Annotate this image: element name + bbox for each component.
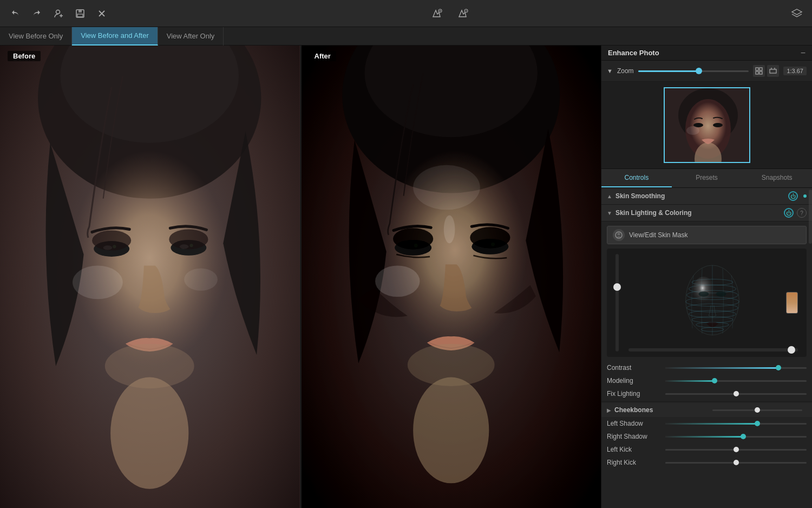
svg-point-57 (713, 123, 723, 127)
close-button[interactable] (93, 5, 110, 22)
left-shadow-slider[interactable] (665, 423, 807, 425)
left-kick-slider[interactable] (665, 449, 807, 451)
panel-minimize-button[interactable]: − (801, 48, 806, 58)
svg-point-41 (443, 216, 455, 244)
left-kick-row: Left Kick (601, 443, 812, 456)
fix-lighting-label: Fix Lighting (607, 390, 661, 398)
right-kick-slider[interactable] (665, 462, 807, 464)
svg-marker-13 (792, 9, 802, 15)
divider-1 (601, 401, 812, 402)
svg-point-43 (375, 265, 420, 297)
svg-point-72 (698, 291, 709, 296)
right-kick-fill (665, 462, 736, 464)
svg-rect-45 (756, 68, 758, 70)
view-tabs-bar: View Before Only View Before and After V… (0, 27, 812, 45)
skin-lighting-section[interactable]: ▼ Skin Lighting & Coloring ⏻ ? (601, 205, 812, 222)
skin-lighting-chevron: ▼ (607, 210, 612, 216)
tab-controls[interactable]: Controls (601, 169, 672, 187)
svg-point-27 (73, 265, 123, 299)
left-shadow-fill (665, 423, 757, 425)
fix-lighting-row: Fix Lighting (601, 387, 812, 400)
tab-before-only[interactable]: View Before Only (0, 27, 72, 45)
thumbnail-svg (665, 88, 750, 163)
left-kick-thumb[interactable] (734, 447, 739, 452)
modeling-slider[interactable] (665, 380, 807, 382)
svg-point-60 (618, 233, 620, 236)
after-panel: After (300, 45, 601, 508)
contrast-row: Contrast (601, 361, 812, 374)
before-panel: Before (0, 45, 300, 508)
contrast-thumb[interactable] (776, 365, 781, 370)
left-kick-fill (665, 449, 736, 451)
svg-point-40 (470, 227, 510, 248)
skin-smoothing-label: Skin Smoothing (615, 192, 785, 200)
skin-smoothing-power-btn[interactable]: ⏻ (788, 191, 798, 201)
redo-button[interactable] (28, 5, 45, 22)
skin-mask-button[interactable]: View/Edit Skin Mask (607, 226, 807, 244)
svg-point-29 (105, 344, 194, 388)
contrast-fill (665, 367, 778, 369)
svg-rect-49 (770, 69, 776, 73)
svg-point-73 (716, 291, 726, 296)
remove-point-button[interactable] (454, 5, 471, 22)
svg-point-71 (692, 277, 715, 305)
skin-mask-icon (613, 229, 625, 241)
add-person-button[interactable] (50, 5, 67, 22)
before-label: Before (8, 51, 41, 61)
modeling-thumb[interactable] (712, 378, 717, 383)
right-shadow-label: Right Shadow (607, 433, 661, 440)
cheekbones-chevron: ▶ (607, 407, 611, 413)
face-horizontal-thumb[interactable] (788, 346, 795, 354)
left-shadow-thumb[interactable] (755, 421, 760, 426)
right-kick-thumb[interactable] (734, 460, 739, 465)
fix-lighting-slider[interactable] (665, 393, 807, 395)
face-3d-widget[interactable] (607, 249, 807, 357)
before-face-image (0, 45, 300, 508)
modeling-row: Modeling (601, 374, 812, 387)
zoom-label: Zoom (617, 67, 634, 75)
tab-presets[interactable]: Presets (672, 169, 742, 187)
enhance-header: Enhance Photo − (601, 45, 812, 61)
face-vertical-slider[interactable] (615, 254, 619, 351)
add-point-button[interactable] (428, 5, 445, 22)
left-kick-label: Left Kick (607, 446, 661, 453)
zoom-slider[interactable] (638, 70, 749, 72)
cheekbones-thumb[interactable] (755, 407, 760, 413)
zoom-actual-button[interactable] (767, 65, 779, 77)
skin-lighting-power-btn[interactable]: ⏻ (784, 208, 794, 218)
fix-lighting-thumb[interactable] (734, 391, 739, 396)
main-area: Before (0, 45, 812, 508)
save-button[interactable] (71, 5, 89, 22)
tab-snapshots[interactable]: Snapshots (742, 169, 812, 187)
svg-point-44 (407, 344, 494, 386)
skin-color-swatch[interactable] (786, 292, 798, 314)
left-shadow-row: Left Shadow (601, 417, 812, 430)
svg-point-26 (169, 229, 208, 249)
face-horizontal-slider[interactable] (628, 348, 798, 351)
photo-panels: Before (0, 45, 601, 508)
svg-point-28 (184, 269, 218, 291)
contrast-slider[interactable] (665, 367, 807, 369)
face-3d-model (669, 254, 756, 351)
zoom-fit-button[interactable] (753, 65, 765, 77)
zoom-slider-thumb[interactable] (696, 68, 702, 74)
svg-rect-4 (78, 10, 82, 12)
tab-before-and-after[interactable]: View Before and After (72, 27, 158, 45)
panel-tabs: Controls Presets Snapshots (601, 169, 812, 188)
thumbnail-image (664, 87, 750, 163)
enhance-title: Enhance Photo (608, 49, 659, 57)
controls-panel: ▲ Skin Smoothing ⏻ ▼ Skin Lighting & Col… (601, 188, 812, 508)
layers-button[interactable] (788, 5, 806, 22)
skin-lighting-help-btn[interactable]: ? (797, 208, 807, 218)
right-shadow-slider[interactable] (665, 436, 807, 438)
fix-lighting-fill (665, 393, 736, 395)
cheekbones-section[interactable]: ▶ Cheekbones (601, 403, 812, 417)
scrollbar-thumb[interactable] (809, 190, 812, 244)
undo-button[interactable] (6, 5, 24, 22)
tab-after-only[interactable]: View After Only (158, 27, 224, 45)
face-vertical-thumb[interactable] (613, 283, 621, 291)
right-shadow-thumb[interactable] (741, 434, 746, 439)
after-photo (302, 45, 601, 508)
modeling-label: Modeling (607, 377, 661, 385)
skin-smoothing-section[interactable]: ▲ Skin Smoothing ⏻ (601, 188, 812, 205)
